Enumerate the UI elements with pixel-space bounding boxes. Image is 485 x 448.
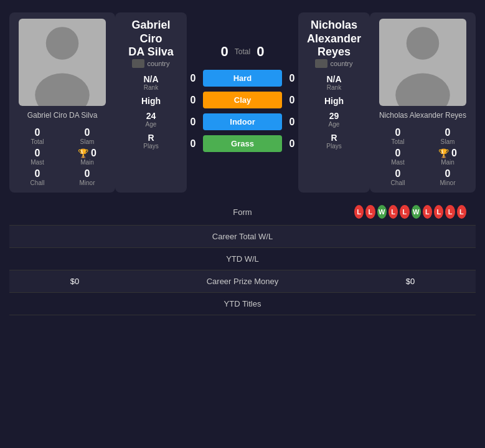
player1-minor: 0 Minor xyxy=(65,168,109,186)
player1-trophy-row: 🏆 0 xyxy=(78,148,97,159)
ytd-wl-label: YTD W/L xyxy=(131,254,354,264)
player2-rank-row: N/A Rank xyxy=(304,74,364,91)
player2-mast: 0 Mast xyxy=(376,148,420,166)
comparison-container: Gabriel Ciro DA Silva 0 Total 0 Slam 0 M… xyxy=(0,0,485,322)
indoor-row: 0 Indoor 0 xyxy=(187,113,298,130)
career-prize-label: Career Prize Money xyxy=(131,277,354,286)
form-badge-5: L xyxy=(400,205,409,219)
player1-card: Gabriel Ciro DA Silva 0 Total 0 Slam 0 M… xyxy=(9,12,115,193)
player1-stats: 0 Total 0 Slam 0 Mast 🏆 0 Main xyxy=(16,127,109,186)
player1-high-row: High xyxy=(121,96,181,106)
ytd-titles-label: YTD Titles xyxy=(131,299,354,308)
grass-row: 0 Grass 0 xyxy=(187,135,298,152)
player1-age-row: 24 Age xyxy=(121,111,181,128)
player2-age-row: 29 Age xyxy=(304,111,364,128)
player1-chall: 0 Chall xyxy=(16,168,59,186)
career-wl-row: Career Total W/L xyxy=(9,226,476,248)
player2-high-row: High xyxy=(304,96,364,106)
player2-plays-row: R Plays xyxy=(304,133,364,150)
player1-detail-card: Gabriel CiroDA Silva country N/A Rank Hi… xyxy=(115,12,187,193)
player2-total: 0 Total xyxy=(376,127,420,145)
player2-name: Nicholas Alexander Reyes xyxy=(379,111,466,120)
svg-point-1 xyxy=(46,27,79,60)
grass-button[interactable]: Grass xyxy=(203,135,282,152)
player1-slam: 0 Slam xyxy=(65,127,109,145)
clay-row: 0 Clay 0 xyxy=(187,92,298,108)
bottom-section: Form L L W L L W L L L L Career Total W/… xyxy=(0,199,485,315)
form-badge-4: L xyxy=(388,205,398,219)
player2-detail-card: NicholasAlexander Reyes country N/A Rank… xyxy=(298,12,370,193)
indoor-button[interactable]: Indoor xyxy=(203,113,282,130)
hard-row: 0 Hard 0 xyxy=(187,70,298,87)
player2-avatar xyxy=(379,19,466,106)
hard-button[interactable]: Hard xyxy=(203,70,282,87)
ytd-titles-row: YTD Titles xyxy=(9,293,476,315)
player1-main: 🏆 0 Main xyxy=(65,148,109,166)
player2-card: Nicholas Alexander Reyes 0 Total 0 Slam … xyxy=(370,12,476,193)
player2-stats: 0 Total 0 Slam 0 Mast 🏆 0 Main xyxy=(376,127,469,186)
player1-name: Gabriel Ciro DA Silva xyxy=(27,111,98,120)
surface-scores: 0 Total 0 0 Hard 0 0 Clay 0 0 Indoor 0 0 xyxy=(187,12,298,193)
ytd-wl-row: YTD W/L xyxy=(9,248,476,270)
form-badge-6: W xyxy=(412,205,421,219)
top-section: Gabriel Ciro DA Silva 0 Total 0 Slam 0 M… xyxy=(0,6,485,199)
form-badge-2: L xyxy=(365,205,375,219)
career-prize-right: $0 xyxy=(354,277,466,286)
player1-trophy-icon: 🏆 xyxy=(78,148,88,158)
form-row: Form L L W L L W L L L L xyxy=(9,199,476,226)
player1-detail-name: Gabriel CiroDA Silva xyxy=(121,19,181,59)
svg-point-4 xyxy=(407,27,440,60)
career-prize-row: $0 Career Prize Money $0 xyxy=(9,270,476,293)
player2-slam: 0 Slam xyxy=(426,127,469,145)
player1-total: 0 Total xyxy=(16,127,59,145)
form-badge-8: L xyxy=(434,205,443,219)
player1-mast: 0 Mast xyxy=(16,148,59,166)
form-label: Form xyxy=(131,207,354,217)
player2-detail-name: NicholasAlexander Reyes xyxy=(304,19,364,59)
player2-main: 🏆 0 Main xyxy=(426,148,469,166)
form-badge-7: L xyxy=(423,205,432,219)
player2-minor: 0 Minor xyxy=(426,168,469,186)
player1-country: country xyxy=(132,59,169,68)
player1-avatar xyxy=(19,19,106,106)
career-prize-left: $0 xyxy=(19,277,131,286)
player2-country: country xyxy=(315,59,352,68)
form-badge-3: W xyxy=(377,205,387,219)
career-wl-label: Career Total W/L xyxy=(131,232,354,241)
form-badge-9: L xyxy=(445,205,454,219)
player2-trophy-icon: 🏆 xyxy=(438,148,449,158)
player2-chall: 0 Chall xyxy=(376,168,420,186)
player1-rank-row: N/A Rank xyxy=(121,74,181,91)
total-score-row: 0 Total 0 xyxy=(221,44,265,60)
form-badge-10: L xyxy=(457,205,466,219)
clay-button[interactable]: Clay xyxy=(203,92,282,108)
player2-trophy-row: 🏆 0 xyxy=(438,148,457,159)
form-badges-container: L L W L L W L L L L xyxy=(354,205,466,219)
form-badge-1: L xyxy=(354,205,364,219)
player1-plays-row: R Plays xyxy=(121,133,181,150)
